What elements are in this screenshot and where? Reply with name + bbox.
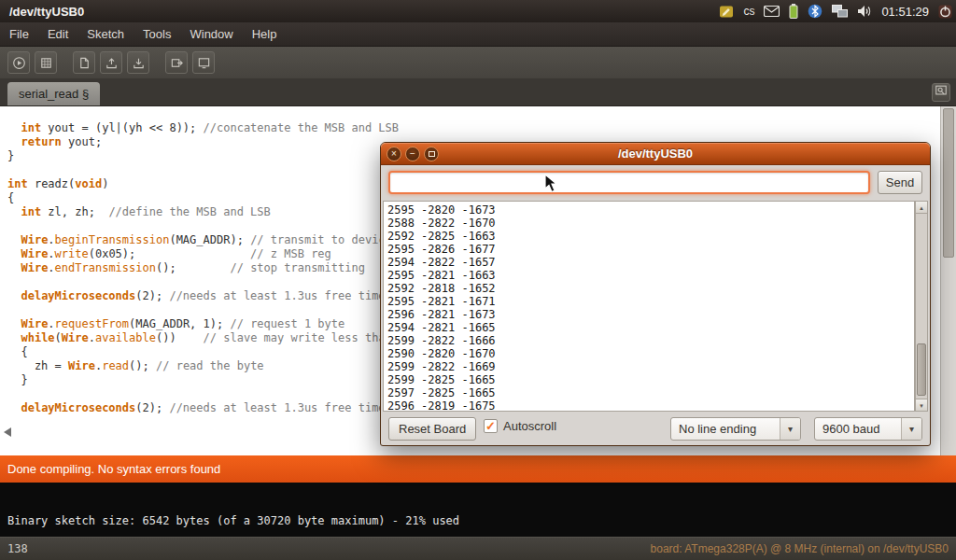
tab-serial-read[interactable]: serial_read §	[7, 82, 100, 105]
line-ending-value: No line ending	[671, 422, 780, 436]
scrollbar-thumb[interactable]	[943, 108, 954, 258]
serial-input[interactable]	[388, 171, 870, 194]
scroll-up-icon[interactable]	[916, 202, 927, 214]
menu-file[interactable]: File	[0, 22, 38, 47]
open-button[interactable]	[100, 51, 122, 74]
volume-icon[interactable]	[857, 5, 872, 18]
serial-line: 2595 -2821 -1671	[387, 295, 914, 308]
baud-rate-select[interactable]: 9600 baud	[814, 417, 922, 441]
stop-icon	[39, 56, 53, 70]
serial-line: 2599 -2822 -1666	[387, 334, 914, 347]
notes-icon[interactable]	[719, 5, 734, 19]
clock[interactable]: 01:51:29	[881, 5, 929, 19]
top-panel: /dev/ttyUSB0 cs 01:51:29	[0, 0, 956, 22]
bluetooth-icon[interactable]	[808, 4, 822, 19]
scrollbar-thumb[interactable]	[917, 343, 926, 396]
send-button[interactable]: Send	[878, 171, 922, 194]
serial-monitor-controls: Reset Board Autoscroll No line ending 96…	[381, 416, 930, 441]
network-icon[interactable]	[832, 5, 848, 18]
scroll-down-icon[interactable]	[916, 399, 927, 411]
menu-edit[interactable]: Edit	[38, 22, 77, 47]
active-window-title: /dev/ttyUSB0	[0, 5, 84, 19]
compile-message: Done compiling. No syntax errors found	[7, 462, 220, 476]
close-icon[interactable]	[387, 147, 401, 161]
open-icon	[105, 56, 119, 70]
autoscroll-control[interactable]: Autoscroll	[484, 419, 556, 433]
menubar: FileEditSketchToolsWindowHelp	[0, 22, 956, 47]
serial-monitor-icon	[935, 84, 948, 101]
serial-line: 2594 -2822 -1657	[387, 256, 914, 269]
serial-line: 2595 -2820 -1673	[387, 203, 914, 217]
maximize-icon[interactable]	[424, 147, 439, 161]
serial-line: 2592 -2818 -1652	[387, 282, 914, 295]
baud-rate-value: 9600 baud	[815, 422, 901, 436]
serial-monitor-window: /dev/ttyUSB0 Send 2595 -2820 -16732588 -…	[380, 142, 931, 446]
window-title: /dev/ttyUSB0	[381, 147, 930, 161]
serial-monitor-button[interactable]	[932, 83, 950, 102]
status-bar: 138 board: ATmega328P(A) @ 8 MHz (intern…	[0, 537, 956, 560]
build-console: Binary sketch size: 6542 bytes (of a 307…	[0, 483, 956, 537]
h-scroll-left-icon[interactable]	[4, 427, 11, 437]
menu-tools[interactable]: Tools	[134, 22, 180, 47]
menu-window[interactable]: Window	[180, 22, 242, 47]
editor-scrollbar[interactable]	[940, 106, 956, 455]
serial-line: 2588 -2822 -1670	[387, 217, 914, 230]
autoscroll-label: Autoscroll	[503, 419, 556, 433]
chevron-down-icon	[901, 418, 921, 440]
save-icon	[132, 56, 146, 70]
code-line: int yout = (yl|(yh << 8)); //concatenate…	[7, 121, 956, 135]
save-button[interactable]	[127, 51, 149, 74]
verify-button[interactable]	[7, 51, 30, 74]
serial-line: 2599 -2825 -1665	[387, 373, 914, 386]
minimize-icon[interactable]	[405, 147, 420, 161]
serial-scrollbar[interactable]	[915, 201, 928, 412]
monitor-button[interactable]	[192, 51, 215, 74]
serial-line: 2595 -2826 -1677	[387, 243, 914, 256]
upload-button[interactable]	[165, 51, 188, 74]
tab-bar: serial_read §	[0, 78, 956, 106]
serial-line: 2596 -2819 -1675	[387, 399, 914, 412]
window-controls	[387, 147, 439, 161]
reset-board-button[interactable]: Reset Board	[388, 417, 476, 441]
menu-sketch[interactable]: Sketch	[77, 22, 134, 47]
serial-line: 2595 -2821 -1663	[387, 269, 914, 282]
stop-button[interactable]	[35, 51, 57, 74]
line-ending-select[interactable]: No line ending	[670, 417, 801, 441]
serial-output[interactable]: 2595 -2820 -16732588 -2822 -16702592 -28…	[383, 201, 915, 412]
battery-icon[interactable]	[789, 4, 798, 19]
serial-line: 2596 -2821 -1673	[387, 308, 914, 321]
compile-status-bar: Done compiling. No syntax errors found	[0, 455, 956, 483]
system-tray: cs 01:51:29	[719, 0, 952, 22]
new-button[interactable]	[73, 51, 95, 74]
cursor-line-number: 138	[7, 542, 28, 555]
serial-line: 2594 -2821 -1665	[387, 321, 914, 334]
serial-monitor-titlebar[interactable]: /dev/ttyUSB0	[381, 143, 930, 165]
mail-icon[interactable]	[764, 6, 780, 17]
new-icon	[77, 56, 91, 70]
monitor-icon	[197, 56, 211, 70]
upload-icon	[170, 56, 184, 70]
keyboard-layout-indicator[interactable]: cs	[743, 5, 754, 18]
menu-help[interactable]: Help	[243, 22, 287, 47]
verify-icon	[12, 56, 26, 70]
serial-line: 2590 -2820 -1670	[387, 347, 914, 360]
serial-line: 2599 -2822 -1669	[387, 360, 914, 373]
autoscroll-checkbox[interactable]	[484, 419, 498, 433]
chevron-down-icon	[780, 418, 800, 440]
console-output: Binary sketch size: 6542 bytes (of a 307…	[7, 514, 459, 527]
arduino-toolbar	[0, 47, 956, 78]
serial-line: 2592 -2825 -1663	[387, 230, 914, 243]
session-icon[interactable]	[938, 5, 952, 19]
desktop: /dev/ttyUSB0 cs 01:51:29	[0, 0, 956, 560]
board-info: board: ATmega328P(A) @ 8 MHz (internal) …	[651, 542, 949, 555]
serial-line: 2597 -2825 -1665	[387, 386, 914, 399]
